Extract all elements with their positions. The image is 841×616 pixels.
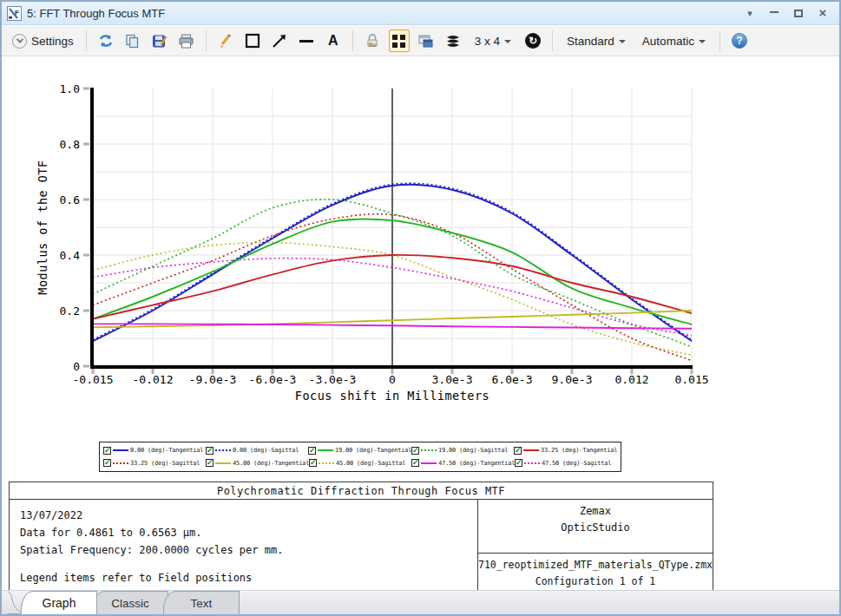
legend-checkbox[interactable]: ✓ [515, 459, 522, 467]
layers-button[interactable] [443, 29, 463, 52]
grid-layout-dropdown[interactable]: 3 x 4 [470, 29, 516, 52]
print-button[interactable] [176, 29, 197, 52]
legend-item: ✓33.25 (deg)-Tangential [514, 447, 617, 455]
svg-text:9.0e-3: 9.0e-3 [552, 373, 593, 386]
lock-button[interactable] [362, 29, 383, 52]
info-panel: Polychromatic Diffraction Through Focus … [9, 482, 713, 591]
legend-checkbox[interactable]: ✓ [103, 447, 111, 455]
arrow-tool-button[interactable] [269, 29, 290, 52]
svg-text:-9.0e-3: -9.0e-3 [189, 373, 237, 386]
brand-line2: OpticStudio [478, 520, 713, 536]
caret-down-icon [619, 40, 626, 43]
legend-item: ✓45.00 (deg)-Sagittal [309, 459, 411, 467]
copy-icon [125, 34, 140, 49]
legend-label: 47.50 (deg)-Sagittal [542, 460, 611, 467]
grid-layout-label: 3 x 4 [475, 35, 500, 48]
svg-text:1.0: 1.0 [60, 82, 80, 95]
title-bar[interactable]: F 5: FFT Through Focus MTF ▾ × [2, 2, 839, 25]
annotate-pencil-button[interactable] [215, 29, 236, 52]
mtf-plot-icon: F [7, 6, 22, 21]
refresh-button[interactable] [95, 29, 116, 52]
legend-label: 45.00 (deg)-Tangential [233, 460, 309, 467]
help-button[interactable]: ? [729, 29, 750, 52]
split-window-button[interactable] [389, 29, 410, 52]
arrow-icon [272, 33, 287, 49]
save-button[interactable] [149, 29, 170, 52]
automatic-label: Automatic [642, 35, 694, 48]
curve-0-00-deg-sagittal [93, 183, 692, 339]
tab-classic[interactable]: Classic [92, 591, 168, 614]
legend-checkbox[interactable]: ✓ [514, 447, 522, 455]
settings-button[interactable]: Settings [9, 29, 77, 52]
split-window-icon [392, 35, 405, 48]
close-button[interactable]: × [817, 7, 829, 19]
brand-cell: Zemax OpticStudio [478, 500, 713, 554]
automatic-dropdown[interactable]: Automatic [637, 29, 711, 52]
legend-checkbox[interactable]: ✓ [309, 459, 317, 467]
legend-line-sample [524, 462, 540, 464]
tab-text[interactable]: Text [163, 591, 240, 614]
text-tool-button[interactable]: A [323, 29, 344, 52]
legend-item: ✓33.25 (deg)-Sagittal [103, 459, 206, 467]
curve-33-25-deg-sagittal [93, 214, 692, 361]
curve-19-00-deg-sagittal [93, 200, 692, 347]
legend-item: ✓19.00 (deg)-Tangential [308, 447, 411, 455]
brand-line1: Zemax [478, 503, 713, 520]
chart-title: Polychromatic Diffraction Through Focus … [10, 482, 713, 500]
caret-down-icon [504, 40, 511, 43]
refresh-icon [98, 34, 114, 48]
auto-apply-button[interactable]: ↻ [522, 29, 543, 52]
legend-checkbox[interactable]: ✓ [103, 459, 111, 467]
legend-item: ✓19.00 (deg)-Sagittal [411, 447, 514, 455]
legend-checkbox[interactable]: ✓ [308, 447, 316, 455]
curve-19-00-deg-tangential [93, 219, 692, 324]
legend-label: 19.00 (deg)-Sagittal [438, 447, 508, 454]
layers-icon [444, 34, 462, 49]
file-cell: 710_reoptimized_MTF_materials_QType.zmx … [478, 554, 713, 590]
rectangle-icon [245, 33, 260, 49]
rectangle-tool-button[interactable] [242, 29, 263, 52]
curve-47-50-deg-tangential [93, 324, 692, 328]
view-tab-bar: GraphClassicText [2, 590, 839, 614]
legend-line-sample [523, 449, 539, 451]
legend-item: ✓47.50 (deg)-Sagittal [515, 459, 617, 467]
legend-checkbox[interactable]: ✓ [411, 447, 419, 455]
legend-item: ✓0.00 (deg)-Sagittal [206, 447, 308, 455]
svg-text:0.8: 0.8 [60, 138, 80, 151]
svg-text:0: 0 [389, 373, 396, 386]
svg-text:F: F [15, 9, 19, 16]
standard-dropdown[interactable]: Standard [562, 29, 631, 52]
maximize-button[interactable] [792, 7, 805, 19]
legend-line-sample [421, 449, 437, 451]
spatial-frequency-text: Spatial Frequency: 200.0000 cycles per m… [20, 541, 477, 559]
legend-checkbox[interactable]: ✓ [206, 447, 214, 455]
line-icon [299, 40, 313, 43]
legend-label: 33.25 (deg)-Sagittal [130, 460, 200, 467]
curve-45-00-deg-sagittal [93, 243, 692, 356]
cascade-windows-button[interactable] [416, 29, 437, 52]
minimize-button[interactable] [768, 7, 780, 19]
line-tool-button[interactable] [296, 29, 317, 52]
curve-0-00-deg-tangential [93, 185, 692, 341]
legend-line-sample [113, 449, 128, 451]
cascade-windows-icon [417, 34, 434, 49]
legend-label: 45.00 (deg)-Sagittal [336, 460, 405, 467]
pencil-icon [219, 34, 233, 49]
lock-icon [365, 33, 379, 49]
svg-text:Focus shift in Millimeters: Focus shift in Millimeters [295, 389, 489, 403]
copy-button[interactable] [122, 29, 143, 52]
window-dropdown-icon[interactable]: ▾ [744, 7, 756, 19]
svg-text:-6.0e-3: -6.0e-3 [249, 373, 297, 386]
chart-legend: ✓0.00 (deg)-Tangential✓0.00 (deg)-Sagitt… [99, 442, 621, 472]
date-text: 13/07/2022 [20, 507, 477, 524]
legend-checkbox[interactable]: ✓ [411, 459, 419, 467]
legend-note-text: Legend items refer to Field positions [20, 569, 477, 587]
toolbar: Settings [2, 26, 839, 56]
svg-text:-0.012: -0.012 [133, 373, 174, 386]
configuration-text: Configuration 1 of 1 [478, 573, 713, 590]
legend-item: ✓47.50 (deg)-Tangential [411, 459, 515, 467]
window-title: 5: FFT Through Focus MTF [27, 7, 165, 20]
legend-checkbox[interactable]: ✓ [206, 459, 214, 467]
settings-label: Settings [31, 35, 74, 48]
tab-graph[interactable]: Graph [21, 591, 97, 614]
